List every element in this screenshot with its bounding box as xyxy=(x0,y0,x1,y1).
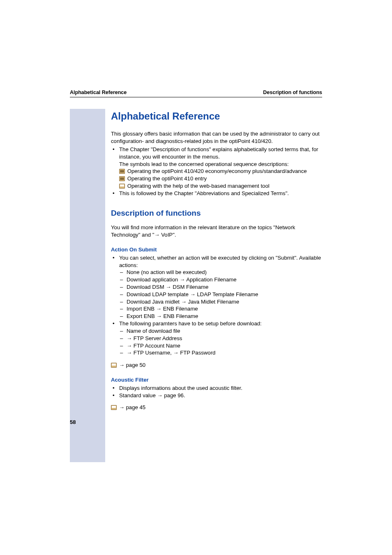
page-ref-text: page 45 xyxy=(125,404,145,410)
list-item: This is followed by the Chapter "Abbrevi… xyxy=(111,190,322,197)
phone-entry-icon xyxy=(119,176,125,181)
arrow-icon: → xyxy=(127,350,132,356)
sidebar-accent xyxy=(70,109,105,462)
page-header: Alphabetical Reference Description of fu… xyxy=(70,90,322,97)
text-fragment: Download application xyxy=(127,276,180,283)
arrow-icon: → xyxy=(157,392,162,398)
web-tool-icon xyxy=(119,184,125,189)
list-item: → FTP Username, → FTP Password xyxy=(119,349,322,357)
page-reference: → page 50 xyxy=(111,362,322,369)
text-fragment: FTP Username, xyxy=(132,350,173,356)
arrow-icon: → xyxy=(127,343,132,349)
list-item: The following paramters have to be setup… xyxy=(111,320,322,357)
action-bullets: You can select, whether an action will b… xyxy=(111,254,322,357)
text-fragment: DSM Filename xyxy=(171,284,208,290)
list-item: → FTP Account Name xyxy=(119,342,322,350)
text-fragment: Standard value xyxy=(119,392,157,398)
text-fragment: Download DSM xyxy=(127,284,166,290)
arrow-icon: → xyxy=(157,313,162,319)
text-fragment: The following paramters have to be setup… xyxy=(119,320,262,327)
list-item: None (no action will be executed) xyxy=(119,269,322,276)
list-item: Displays informations about the used aco… xyxy=(111,385,322,392)
list-item: Download DSM → DSM Filename xyxy=(119,283,322,291)
list-item: → FTP Server Address xyxy=(119,335,322,342)
params-sublist: Name of download file → FTP Server Addre… xyxy=(119,327,322,357)
list-item: Download application → Application Filen… xyxy=(119,276,322,283)
list-item: Import ENB → ENB Filename xyxy=(119,305,322,313)
text-fragment: Import ENB xyxy=(127,306,156,312)
text-fragment: None (no action will be executed) xyxy=(127,269,207,275)
arrow-icon: → xyxy=(127,335,132,341)
text-fragment: You can select, whether an action will b… xyxy=(119,255,287,261)
arrow-icon: → xyxy=(190,291,195,297)
subheading-action-on-submit: Action On Submit xyxy=(111,246,322,253)
intro-bullets: The Chapter "Description of functions" e… xyxy=(111,146,322,197)
list-item: Name of download file xyxy=(119,327,322,335)
intro-paragraph: This glossary offers basic information t… xyxy=(111,130,322,145)
bullet-text: This is followed by the Chapter "Abbrevi… xyxy=(119,190,289,196)
text-fragment: Name of download file xyxy=(127,328,180,334)
text-fragment: Download LDAP template xyxy=(127,291,190,297)
phone-display-icon xyxy=(119,169,125,174)
text-fragment: LDAP Template Filename xyxy=(196,291,258,297)
arrow-icon: → xyxy=(173,350,178,356)
arrow-icon: → xyxy=(119,362,125,368)
text-fragment: You will find more information in the re… xyxy=(111,224,284,230)
text-fragment: Application Filename xyxy=(185,276,236,283)
bullet-text: The symbols lead to the concerned operat… xyxy=(119,161,289,167)
arrow-icon: → xyxy=(156,306,161,312)
page-title: Alphabetical Reference xyxy=(111,110,322,123)
text-fragment: ENB Filename xyxy=(162,313,198,319)
page-number: 58 xyxy=(70,419,76,425)
page-ref-text: page 50 xyxy=(125,362,145,368)
main-content: Alphabetical Reference This glossary off… xyxy=(105,109,322,462)
list-item: Standard value → page 96. xyxy=(111,392,322,399)
section-paragraph: You will find more information in the re… xyxy=(111,224,322,239)
text-fragment: FTP Server Address xyxy=(132,335,182,341)
action-sublist: None (no action will be executed) Downlo… xyxy=(119,269,322,320)
text-fragment: ENB Filename xyxy=(161,306,198,312)
arrow-icon: → xyxy=(119,404,125,410)
arrow-icon: → xyxy=(166,284,171,290)
symbol-desc: Operating the optiPoint 410/420 economy/… xyxy=(126,168,307,174)
text-fragment: Java Midlet Filename xyxy=(187,299,239,305)
list-item: The Chapter "Description of functions" e… xyxy=(111,146,322,190)
list-item: Export ENB → ENB Filename xyxy=(119,313,322,320)
list-item: Download LDAP template → LDAP Template F… xyxy=(119,291,322,298)
page-reference: → page 45 xyxy=(111,404,322,411)
symbol-desc: Operating the optiPoint 410 entry xyxy=(126,175,207,182)
subheading-acoustic-filter: Acoustic Filter xyxy=(111,376,322,384)
text-fragment: Export ENB xyxy=(127,313,157,319)
arrow-icon: → xyxy=(154,232,159,238)
web-tool-icon xyxy=(111,363,117,368)
symbol-desc: Operating with the help of the web-based… xyxy=(126,183,270,189)
text-fragment: Download Java midlet xyxy=(127,299,181,305)
arrow-icon: → xyxy=(181,299,187,305)
header-right: Description of functions xyxy=(263,90,322,95)
section-heading: Description of functions xyxy=(111,208,322,219)
text-fragment: VoIP". xyxy=(160,232,176,238)
acoustic-bullets: Displays informations about the used aco… xyxy=(111,385,322,399)
text-fragment: Displays informations about the used aco… xyxy=(119,385,242,391)
text-fragment: FTP Account Name xyxy=(132,343,180,349)
list-item: You can select, whether an action will b… xyxy=(111,254,322,320)
header-left: Alphabetical Reference xyxy=(70,90,127,95)
text-fragment: page 96. xyxy=(163,392,185,398)
web-tool-icon xyxy=(111,405,117,410)
text-fragment: FTP Password xyxy=(179,350,216,356)
list-item: Download Java midlet → Java Midlet Filen… xyxy=(119,298,322,306)
bullet-text: The Chapter "Description of functions" e… xyxy=(119,146,318,160)
arrow-icon: → xyxy=(180,276,185,283)
